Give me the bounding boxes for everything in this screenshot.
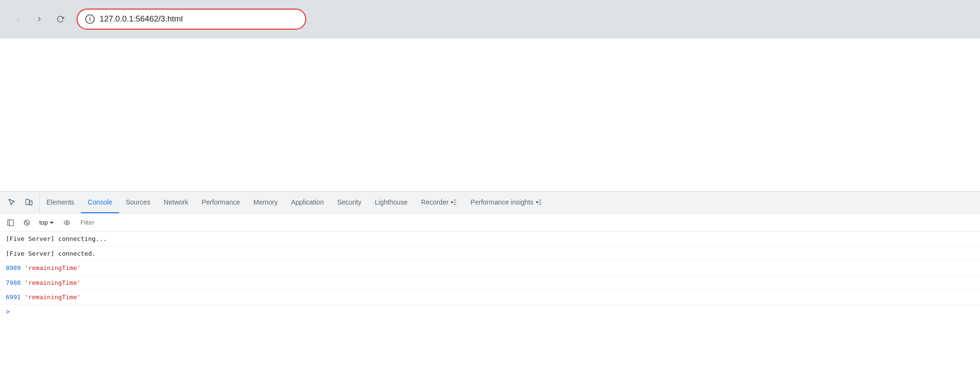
- performance-insights-icon: [535, 199, 542, 206]
- svg-point-4: [536, 201, 538, 203]
- tab-lighthouse[interactable]: Lighthouse: [368, 192, 414, 213]
- console-line: 7988 'remainingTime': [0, 276, 980, 291]
- nav-buttons: [10, 11, 69, 28]
- devtools-panel: Elements Console Sources Network Perform…: [0, 191, 980, 368]
- eye-button[interactable]: [60, 216, 74, 229]
- url-text: 127.0.0.1:56462/3.html: [100, 14, 183, 24]
- svg-rect-1: [26, 199, 29, 205]
- console-line: [Five Server] connected.: [0, 247, 980, 261]
- svg-rect-2: [30, 201, 32, 205]
- tab-performance[interactable]: Performance: [195, 192, 246, 213]
- svg-line-8: [25, 221, 29, 224]
- tab-sources[interactable]: Sources: [119, 192, 157, 213]
- tab-memory[interactable]: Memory: [247, 192, 285, 213]
- console-line: 6991 'remainingTime': [0, 290, 980, 305]
- console-output[interactable]: [Five Server] connecting... [Five Server…: [0, 232, 980, 368]
- sidebar-toggle-button[interactable]: [4, 216, 17, 229]
- tab-application[interactable]: Application: [284, 192, 331, 213]
- recorder-icon: [450, 199, 457, 206]
- devtools-tabs-bar: Elements Console Sources Network Perform…: [0, 192, 980, 214]
- info-icon: i: [85, 14, 95, 24]
- console-prompt[interactable]: >: [0, 305, 980, 318]
- clear-console-button[interactable]: [20, 216, 33, 229]
- tab-recorder[interactable]: Recorder: [414, 192, 464, 213]
- reload-button[interactable]: [52, 11, 69, 28]
- svg-point-3: [451, 201, 453, 203]
- tab-console[interactable]: Console: [81, 192, 119, 213]
- context-selector[interactable]: top: [36, 218, 57, 227]
- back-button[interactable]: [10, 11, 27, 28]
- tab-list: Elements Console Sources Network Perform…: [40, 192, 978, 213]
- svg-rect-5: [8, 219, 13, 225]
- console-line: [Five Server] connecting...: [0, 232, 980, 247]
- forward-button[interactable]: [31, 11, 48, 28]
- console-line: 8989 'remainingTime': [0, 261, 980, 276]
- address-bar-wrapper: i 127.0.0.1:56462/3.html: [77, 9, 306, 30]
- tab-network[interactable]: Network: [157, 192, 195, 213]
- page-content: [0, 38, 980, 191]
- chevron-down-icon: [49, 220, 55, 226]
- tab-security[interactable]: Security: [331, 192, 368, 213]
- device-toolbar-button[interactable]: [21, 195, 36, 210]
- devtools-toolbar-icons: [2, 192, 40, 213]
- tab-performance-insights[interactable]: Performance insights: [464, 192, 549, 213]
- svg-point-9: [66, 222, 68, 224]
- address-bar[interactable]: i 127.0.0.1:56462/3.html: [77, 9, 306, 30]
- console-toolbar: top: [0, 214, 980, 232]
- browser-chrome: i 127.0.0.1:56462/3.html: [0, 0, 980, 38]
- tab-elements[interactable]: Elements: [40, 192, 81, 213]
- inspect-element-button[interactable]: [5, 195, 20, 210]
- filter-input[interactable]: [77, 217, 976, 228]
